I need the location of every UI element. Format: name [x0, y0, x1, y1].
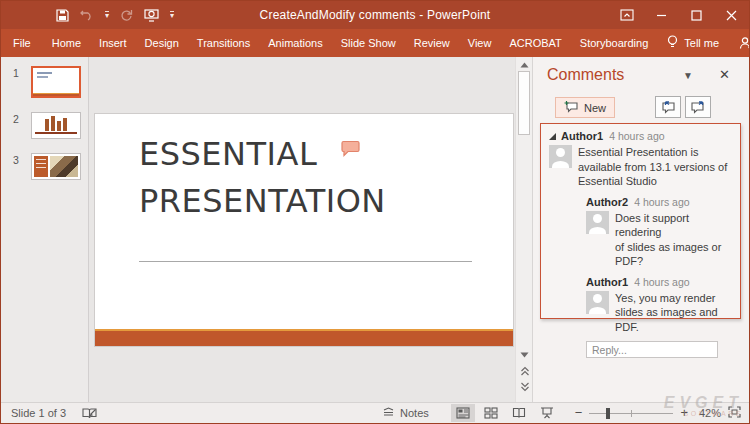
comment-author: Author1 — [586, 276, 628, 288]
slide-thumbnail-panel: 1 2 3 — [1, 57, 89, 402]
avatar — [549, 145, 572, 168]
new-comment-icon — [564, 100, 579, 116]
avatar — [586, 211, 609, 234]
scroll-up-icon[interactable] — [516, 58, 533, 72]
comment-timestamp: 4 hours ago — [609, 130, 664, 142]
zoom-controls: − + 42% — [575, 406, 741, 420]
zoom-slider[interactable] — [589, 408, 673, 419]
tell-me-label: Tell me — [684, 37, 719, 49]
ribbon-tab-row: File Home Insert Design Transitions Anim… — [1, 29, 749, 57]
pane-close-icon[interactable]: ✕ — [719, 67, 730, 82]
comment-header: Author1 4 hours ago — [549, 130, 732, 142]
notes-icon — [382, 407, 395, 420]
previous-comment-button[interactable] — [655, 96, 681, 118]
comment-body: Yes, you may render slides as images and… — [586, 291, 732, 335]
next-comment-button[interactable] — [685, 96, 711, 118]
slide-thumbnail-3[interactable] — [31, 153, 81, 180]
slide-editor-area: ESSENTIAL PRESENTATION — [90, 57, 515, 402]
comment-marker-icon[interactable] — [341, 140, 361, 161]
close-icon[interactable] — [714, 1, 749, 29]
comments-pane: Comments ▼ ✕ New Author1 4 hours ago Ess… — [532, 57, 749, 402]
comment-text: Yes, you may render slides as images and… — [615, 291, 732, 335]
minimize-icon[interactable] — [644, 1, 679, 29]
comment-timestamp: 4 hours ago — [634, 276, 689, 288]
tab-design[interactable]: Design — [136, 29, 188, 57]
slide-canvas[interactable]: ESSENTIAL PRESENTATION — [94, 113, 514, 347]
maximize-icon[interactable] — [679, 1, 714, 29]
tab-transitions[interactable]: Transitions — [188, 29, 259, 57]
share-icon[interactable] — [729, 29, 750, 57]
zoom-level[interactable]: 42% — [695, 407, 721, 419]
slide-sorter-view-icon[interactable] — [479, 404, 503, 422]
tell-me-box[interactable]: Tell me — [657, 29, 729, 57]
new-comment-label: New — [584, 102, 606, 114]
tab-view[interactable]: View — [459, 29, 501, 57]
ribbon-display-options-icon[interactable] — [609, 1, 644, 29]
next-slide-icon[interactable] — [516, 380, 533, 394]
comment-thread-card[interactable]: Author1 4 hours ago Essential Presentati… — [540, 123, 741, 319]
slide-divider-line — [139, 261, 472, 262]
reading-view-icon[interactable] — [507, 404, 531, 422]
scroll-down-icon[interactable] — [516, 348, 533, 362]
slide-accent-bar — [95, 329, 513, 346]
comment-text: Essential Presentation is available from… — [578, 145, 727, 189]
tab-review[interactable]: Review — [405, 29, 459, 57]
tab-insert[interactable]: Insert — [90, 29, 136, 57]
thumbnail-number: 2 — [13, 113, 25, 125]
thumbnail-number: 3 — [13, 154, 25, 166]
reply-input[interactable] — [586, 341, 718, 358]
main-area: 1 2 3 ESSENTIAL PRESENTATION — [1, 57, 749, 402]
tab-slide-show[interactable]: Slide Show — [332, 29, 405, 57]
title-bar: ▾ ▾ CreateAndModify comments - PowerPoin… — [1, 1, 749, 29]
notes-label: Notes — [400, 407, 429, 419]
avatar — [586, 291, 609, 314]
thumbnail-number: 1 — [13, 67, 25, 79]
lightbulb-icon — [667, 35, 678, 51]
comment-author: Author2 — [586, 196, 628, 208]
normal-view-icon[interactable] — [451, 404, 475, 422]
comment-body: Essential Presentation is available from… — [549, 145, 732, 189]
comment-header: Author1 4 hours ago — [586, 276, 732, 288]
slide-indicator[interactable]: Slide 1 of 3 — [11, 407, 66, 419]
comment-author: Author1 — [561, 130, 603, 142]
notes-button[interactable]: Notes — [382, 407, 429, 420]
slide-show-view-icon[interactable] — [535, 404, 559, 422]
powerpoint-window: ▾ ▾ CreateAndModify comments - PowerPoin… — [0, 0, 750, 424]
slide-thumbnail-1[interactable] — [31, 66, 81, 98]
zoom-slider-thumb[interactable] — [606, 408, 610, 419]
proofing-icon[interactable] — [82, 407, 97, 420]
thread-expanded-icon[interactable] — [549, 133, 556, 140]
tab-home[interactable]: Home — [43, 29, 90, 57]
vertical-scrollbar[interactable] — [515, 57, 532, 402]
tab-storyboarding[interactable]: Storyboarding — [571, 29, 658, 57]
zoom-in-icon[interactable]: + — [680, 408, 688, 418]
view-switcher — [451, 404, 559, 422]
previous-slide-icon[interactable] — [516, 364, 533, 378]
new-comment-button[interactable]: New — [555, 97, 615, 118]
tab-animations[interactable]: Animations — [259, 29, 331, 57]
tab-file[interactable]: File — [1, 29, 43, 57]
comment-body: Does it support rendering of slides as i… — [586, 211, 732, 269]
comment-header: Author2 4 hours ago — [586, 196, 732, 208]
slide-thumbnail-2[interactable] — [31, 112, 81, 139]
tab-acrobat[interactable]: ACROBAT — [500, 29, 570, 57]
comment-timestamp: 4 hours ago — [634, 196, 689, 208]
zoom-out-icon[interactable]: − — [575, 408, 583, 418]
fit-to-window-icon[interactable] — [728, 406, 741, 420]
pane-menu-icon[interactable]: ▼ — [683, 70, 693, 81]
status-bar: Slide 1 of 3 Notes − + 42% — [1, 402, 749, 423]
comments-pane-title: Comments — [547, 66, 624, 84]
window-controls — [609, 1, 749, 29]
comment-text: Does it support rendering of slides as i… — [615, 211, 732, 269]
scrollbar-thumb[interactable] — [518, 71, 530, 135]
